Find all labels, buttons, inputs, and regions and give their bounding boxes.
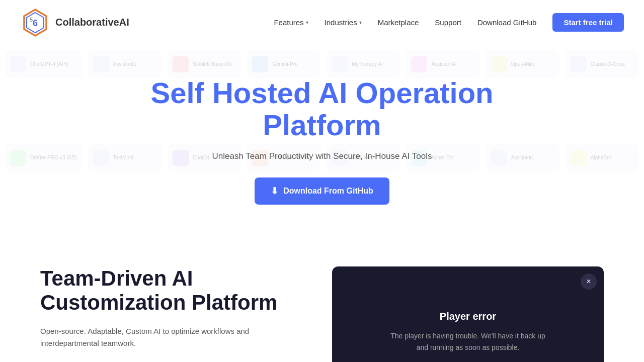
video-error-card: × Player error The player is having trou… bbox=[332, 266, 604, 362]
nav-item-marketplace[interactable]: Marketplace bbox=[378, 18, 419, 27]
logo-icon: 6 5 bbox=[20, 8, 50, 38]
svg-text:5: 5 bbox=[30, 17, 33, 23]
nav-item-cta[interactable]: Start free trial bbox=[552, 18, 624, 27]
lower-desc: Open-source. Adaptable, Custom AI to opt… bbox=[40, 325, 302, 349]
nav-link-download[interactable]: Download GitHub bbox=[477, 18, 537, 27]
nav-item-industries[interactable]: Industries ▾ bbox=[325, 18, 362, 27]
nav-link-industries[interactable]: Industries ▾ bbox=[325, 18, 362, 27]
hero-section: ChatGPT-4 (API) Assistant1 StableDiffusi… bbox=[0, 45, 644, 236]
hero-subtitle: Unleash Team Productivity with Secure, I… bbox=[96, 151, 548, 161]
navbar: 6 5 CollaborativeAI Features ▾ Industrie… bbox=[0, 0, 644, 45]
nav-links: Features ▾ Industries ▾ Marketplace Supp… bbox=[274, 18, 624, 27]
hero-content: Self Hosted AI Operation Platform Unleas… bbox=[96, 77, 548, 205]
download-github-button[interactable]: ⬇ Download From GitHub bbox=[255, 177, 389, 205]
lower-left: Team-Driven AI Customization Platform Op… bbox=[40, 266, 302, 362]
svg-text:6: 6 bbox=[33, 18, 38, 28]
lower-heading: Team-Driven AI Customization Platform bbox=[40, 266, 302, 315]
start-free-trial-button[interactable]: Start free trial bbox=[552, 13, 624, 32]
video-error-description: The player is having trouble. We'll have… bbox=[387, 330, 548, 353]
nav-link-features[interactable]: Features ▾ bbox=[274, 18, 308, 27]
nav-item-features[interactable]: Features ▾ bbox=[274, 18, 308, 27]
nav-link-support[interactable]: Support bbox=[435, 18, 461, 27]
nav-item-support[interactable]: Support bbox=[435, 18, 461, 27]
nav-link-marketplace[interactable]: Marketplace bbox=[378, 18, 419, 27]
logo[interactable]: 6 5 CollaborativeAI bbox=[20, 8, 129, 38]
nav-item-download[interactable]: Download GitHub bbox=[477, 18, 537, 27]
logo-text: CollaborativeAI bbox=[55, 17, 129, 28]
download-icon: ⬇ bbox=[271, 186, 278, 197]
lower-right: × Player error The player is having trou… bbox=[332, 266, 604, 362]
chevron-down-icon-2: ▾ bbox=[359, 20, 362, 25]
video-close-button[interactable]: × bbox=[581, 274, 597, 290]
video-error-title: Player error bbox=[440, 311, 496, 322]
hero-title: Self Hosted AI Operation Platform bbox=[96, 77, 548, 141]
lower-section: Team-Driven AI Customization Platform Op… bbox=[0, 236, 644, 362]
chevron-down-icon: ▾ bbox=[306, 20, 308, 25]
download-button-label: Download From GitHub bbox=[283, 187, 373, 196]
